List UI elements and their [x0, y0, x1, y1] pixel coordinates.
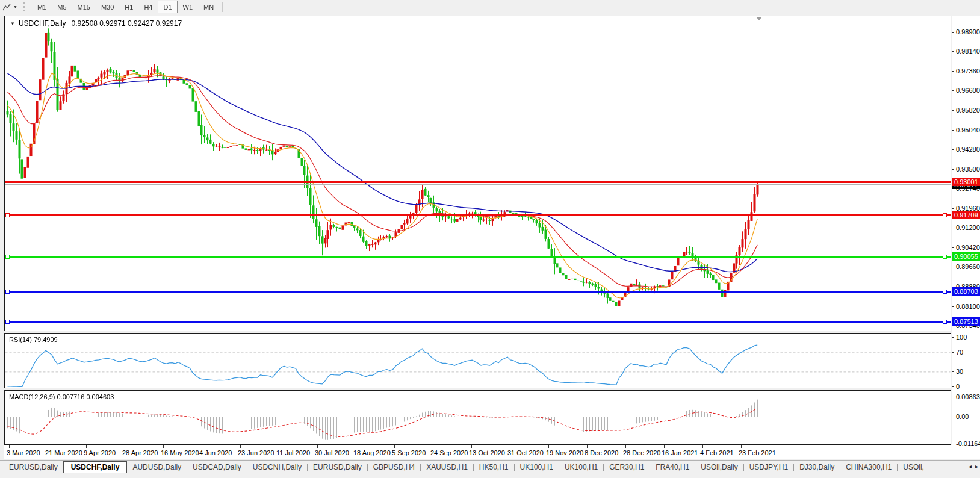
chart-tab-usoil-[interactable]: USOil, [898, 461, 929, 473]
chart-tab-usdjpy-h1[interactable]: USDJPY,H1 [744, 461, 793, 473]
price-axis-label: 0.95040 [956, 126, 980, 134]
rsi-axis-label: 30 [956, 368, 963, 375]
chart-tab-uk100-h1[interactable]: UK100,H1 [559, 461, 603, 473]
date-axis[interactable]: 3 Mar 202021 Mar 20209 Apr 202028 Apr 20… [4, 445, 980, 459]
tab-scroll-left-icon[interactable]: ◂ [969, 463, 972, 470]
date-tick [471, 445, 472, 448]
chart-tab-dj30-daily[interactable]: DJ30,Daily [794, 461, 840, 473]
timeframe-button-h1[interactable]: H1 [119, 1, 138, 13]
chart-tab-xauusd-h1[interactable]: XAUUSD,H1 [421, 461, 473, 473]
rsi-axis-label: 100 [956, 334, 967, 341]
toolbar-separator [222, 2, 223, 12]
date-label: 9 Apr 2020 [84, 449, 116, 456]
price-axis-label: 0.91200 [956, 224, 980, 231]
price-axis-label: 0.96600 [956, 87, 980, 94]
date-tick [587, 445, 588, 448]
chart-tab-usdcad-daily[interactable]: USDCAD,Daily [187, 461, 247, 473]
price-axis-label: 0.97360 [956, 67, 980, 75]
date-label: 28 Apr 2020 [122, 449, 158, 456]
rsi-canvas[interactable] [5, 334, 951, 388]
line-handle-right[interactable] [943, 213, 947, 217]
price-level-badge: 0.87513 [952, 317, 980, 326]
date-tick [741, 445, 742, 448]
chart-tab-audusd-daily[interactable]: AUDUSD,Daily [127, 461, 187, 473]
chart-tab-uk100-h1[interactable]: UK100,H1 [515, 461, 559, 473]
date-label: 24 Sep 2020 [430, 449, 468, 456]
axis-tick [952, 228, 954, 228]
line-handle-left[interactable] [5, 213, 10, 217]
line-studies-icon[interactable]: ▼ [0, 1, 19, 13]
line-handle-right[interactable] [943, 290, 947, 294]
tab-scroll-right-icon[interactable]: ▸ [975, 463, 978, 470]
axis-tick [952, 71, 954, 72]
candlestick-chart-canvas[interactable] [5, 16, 951, 331]
date-tick [625, 445, 626, 448]
chart-tab-eurusd-daily[interactable]: EURUSD,Daily [308, 461, 367, 473]
chart-tab-fra40-h1[interactable]: FRA40,H1 [650, 461, 695, 473]
date-label: 23 Feb 2021 [739, 449, 776, 456]
timeframe-button-d1[interactable]: D1 [158, 1, 177, 13]
date-tick [433, 445, 433, 448]
timeframe-button-m5[interactable]: M5 [52, 1, 72, 13]
axis-tick [952, 110, 954, 111]
date-tick [317, 445, 318, 448]
chart-tab-hk50-h1[interactable]: HK50,H1 [474, 461, 514, 473]
price-axis-label: 0.98140 [956, 48, 980, 55]
line-handle-left[interactable] [5, 255, 10, 259]
date-tick [86, 445, 87, 448]
chart-tab-bar: EURUSD,DailyUSDCHF,DailyAUDUSD,DailyUSDC… [0, 460, 980, 474]
chart-shift-marker[interactable] [756, 17, 762, 20]
price-axis-label: 0.89660 [956, 263, 980, 270]
macd-axis-label: 0.00 [956, 413, 969, 420]
chart-tab-eurusd-daily[interactable]: EURUSD,Daily [4, 461, 63, 473]
price-level-line-resistance-1[interactable] [5, 181, 951, 183]
axis-tick [952, 417, 954, 417]
rsi-axis-label: 0 [956, 383, 960, 390]
tab-scroll-controls: ◂ ▸ [969, 463, 978, 470]
rsi-axis-label: 70 [956, 349, 963, 356]
price-scale-axis[interactable]: 0.989000.981400.973600.966000.958200.950… [952, 16, 980, 459]
timeframe-button-m30[interactable]: M30 [96, 1, 119, 13]
trading-platform-window: { "toolbar": { "icon": "line-studies-ico… [0, 0, 980, 478]
chart-tab-usdchf-daily[interactable]: USDCHF,Daily [63, 461, 128, 473]
date-label: 18 Aug 2020 [353, 449, 391, 456]
date-tick [394, 445, 395, 448]
date-tick [240, 445, 241, 448]
line-handle-right[interactable] [943, 255, 947, 259]
chart-tab-ger30-h1[interactable]: GER30,H1 [604, 461, 650, 473]
date-tick [125, 445, 125, 448]
chart-tab-usdcnh-daily[interactable]: USDCNH,Daily [247, 461, 307, 473]
date-label: 11 Jul 2020 [276, 449, 310, 456]
chart-ohlc-values: 0.92508 0.92971 0.92427 0.92917 [72, 19, 182, 28]
date-label: 19 Nov 2020 [546, 449, 583, 456]
timeframe-button-mn[interactable]: MN [198, 1, 219, 13]
macd-canvas[interactable] [5, 391, 951, 444]
timeframe-button-w1[interactable]: W1 [178, 1, 199, 13]
chart-tab-china300-h1[interactable]: CHINA300,H1 [840, 461, 897, 473]
date-label: 16 Jan 2021 [662, 449, 698, 456]
chart-tab-gbpusd-h4[interactable]: GBPUSD,H4 [368, 461, 420, 473]
price-level-line-support-blue-1[interactable] [5, 291, 951, 293]
price-level-line-resistance-2[interactable] [5, 214, 951, 216]
axis-tick [952, 32, 954, 33]
line-handle-right[interactable] [943, 320, 947, 324]
timeframe-button-m1[interactable]: M1 [32, 1, 52, 13]
date-tick [548, 445, 549, 448]
date-label: 8 Dec 2020 [585, 449, 618, 456]
symbol-dropdown-icon[interactable]: ▼ [10, 21, 15, 26]
macd-label: MACD(12,26,9) 0.007716 0.004603 [9, 393, 114, 400]
timeframe-button-h4[interactable]: H4 [138, 1, 158, 13]
price-axis-label: 0.94280 [956, 146, 980, 153]
chart-title: ▼ USDCHF,Daily 0.92508 0.92971 0.92427 0… [9, 19, 182, 28]
timeframe-button-m15[interactable]: M15 [72, 1, 96, 13]
macd-indicator-panel: MACD(12,26,9) 0.007716 0.004603 [4, 390, 951, 445]
price-level-line-support-blue-2[interactable] [5, 321, 951, 323]
date-tick [510, 445, 510, 448]
price-level-badge: 0.88703 [952, 287, 980, 296]
chart-tab-usoil-daily[interactable]: USOil,Daily [695, 461, 743, 473]
price-level-line-support-green[interactable] [5, 256, 951, 258]
line-handle-left[interactable] [5, 320, 10, 324]
date-label: 3 Mar 2020 [7, 449, 40, 456]
chevron-down-icon[interactable]: ▼ [13, 5, 17, 9]
line-handle-left[interactable] [5, 290, 10, 294]
